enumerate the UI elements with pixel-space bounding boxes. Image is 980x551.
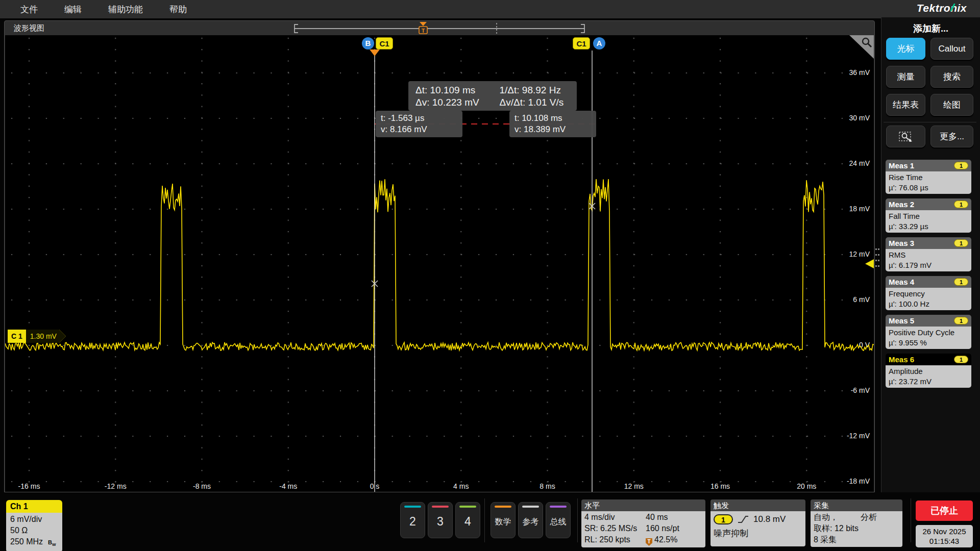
horizontal-settings[interactable]: 水平 4 ms/div40 msSR: 6.25 MS/s160 ns/ptRL… [581,499,705,547]
meas-type: Rise Time [889,172,968,183]
trigger-source-badge: 1 [714,514,733,524]
math-button[interactable]: 数学 [491,502,516,538]
menu-item-file[interactable]: 文件 [7,4,51,15]
trigger-t-icon: T [422,28,425,34]
meas-type: Amplitude [889,366,968,377]
menu-item-edit[interactable]: 编辑 [51,4,95,15]
sidebar-button-results-table[interactable]: 结果表 [886,94,925,116]
cursor-a-readout: t: 10.108 ms v: 18.389 mV [509,111,596,137]
horizontal-title: 水平 [581,499,705,511]
inverse-delta-t: 1/Δt: 98.92 Hz [499,84,570,96]
menu-item-utility[interactable]: 辅助功能 [95,4,156,15]
channel1-badge[interactable]: Ch 1 6 mV/div 50 Ω 250 MHzBW [6,500,62,551]
meas-name: Meas 2 [889,200,914,209]
sidebar-row4: 更多... [886,126,973,147]
channel1-marker-label: C 1 [8,330,26,343]
acq-mode: 自动， [814,512,861,523]
sidebar-button-search[interactable]: 搜索 [930,66,973,88]
meas-header: Meas 11 [886,160,971,171]
bandwidth-limit-icon: BW [48,539,56,545]
sidebar-button-cursor[interactable]: 光标 [886,38,925,60]
rising-edge-icon [737,515,749,524]
cursor-b-time: t: -1.563 µs [381,113,457,124]
sidebar-button-plot[interactable]: 绘图 [930,94,973,116]
measurement-badge-4[interactable]: Meas 41Frequencyµ': 100.0 Hz [886,276,971,310]
measurement-badge-6[interactable]: Meas 61Amplitudeµ': 23.72 mV [886,354,971,388]
channel1-trace [5,179,874,350]
meas-name: Meas 3 [889,239,914,247]
panel-title: 波形视图 [14,23,44,33]
meas-source-badge: 1 [954,239,968,247]
meas-body: Fall Timeµ': 33.29 µs [886,210,971,233]
graticule[interactable]: 36 mV30 mV24 mV18 mV12 mV6 mV0 V-6 mV-12… [5,35,874,492]
meas-value: µ': 33.29 µs [889,221,968,232]
trigger-position-arrow-icon[interactable] [420,22,427,26]
sidebar-button-callout[interactable]: Callout [930,38,973,60]
trigger-level-arrow-icon[interactable] [865,259,874,268]
sidebar-button-measure[interactable]: 测量 [886,66,925,88]
channel-4-button[interactable]: 4 [455,502,480,538]
panel-resize-handle[interactable] [875,248,880,268]
waveform-view-header: 波形视图 T [5,21,874,35]
channel-2-button[interactable]: 2 [400,502,425,538]
sidebar-divider [884,122,976,122]
channel1-badge-header: Ch 1 [6,500,62,513]
horizontal-row: 4 ms/div40 ms [584,512,702,523]
meas-body: Positive Duty Cycleµ': 9.955 % [886,327,971,349]
mode-color-stripe [522,506,539,508]
cursor-b-channel-chip[interactable]: C1 [376,37,393,49]
trigger-mode: 噪声抑制 [714,527,802,540]
channel-3-button[interactable]: 3 [428,502,453,538]
bus-button[interactable]: 总线 [546,502,571,538]
meas-value: µ': 6.179 mV [889,260,968,270]
run-stop-button[interactable]: 已停止 [916,500,973,521]
horizontal-row: RL: 250 kptsT42.5% [584,534,702,546]
horizontal-body: 4 ms/div40 msSR: 6.25 MS/s160 ns/ptRL: 2… [581,511,705,547]
menu-items: 文件编辑辅助功能帮助 [7,4,200,15]
waveform-view-panel: 波形视图 T 36 mV30 mV24 mV18 mV12 mV6 mV0 V-… [4,20,875,492]
time: 01:15:43 [916,536,973,546]
cursor-a-voltage: v: 18.389 mV [514,124,591,135]
meas-value: µ': 23.72 mV [889,377,968,387]
meas-body: RMSµ': 6.179 mV [886,249,971,271]
cursor-b-marker-icon [370,49,380,56]
channel1-position-marker[interactable]: C 1 1.30 mV [8,330,66,343]
meas-name: Meas 4 [889,278,914,286]
meas-source-badge: 1 [954,201,968,208]
bottom-settings-bar: Ch 1 6 mV/div 50 Ω 250 MHzBW 234 数学参考总线 … [0,492,980,551]
oscilloscope-app: 文件编辑辅助功能帮助 Tektronix 波形视图 T 36 mV30 mV24… [0,0,980,551]
meas-source-badge: 1 [954,278,968,286]
cursor-b-voltage: v: 8.166 mV [381,124,457,135]
zoom-mode-button[interactable] [886,126,925,147]
meas-name: Meas 6 [889,355,914,364]
measurement-badge-5[interactable]: Meas 51Positive Duty Cycleµ': 9.955 % [886,315,971,349]
cursor-a-badge[interactable]: A [593,37,605,49]
channel-color-stripe [432,506,449,508]
menu-item-help[interactable]: 帮助 [156,4,200,15]
cursor-a-time: t: 10.108 ms [514,113,591,124]
acquisition-settings[interactable]: 采集 自动，分析 取样: 12 bits 8 采集 [811,499,902,547]
measurement-badge-2[interactable]: Meas 21Fall Timeµ': 33.29 µs [886,198,971,233]
trigger-level: 10.8 mV [753,512,786,527]
tektronix-logo: Tektronix [917,2,967,14]
cursor-a-channel-chip[interactable]: C1 [573,37,590,49]
measurement-badge-3[interactable]: Meas 31RMSµ': 6.179 mV [886,237,971,271]
horizontal-pan-zoom-bar[interactable]: T [290,21,589,35]
trigger-settings[interactable]: 触发 1 10.8 mV 噪声抑制 [710,499,805,546]
ref-button[interactable]: 参考 [518,502,543,538]
date: 26 Nov 2025 [916,527,973,536]
channel1-marker-value: 1.30 mV [26,330,66,343]
more-button[interactable]: 更多... [930,126,973,147]
horizontal-row: SR: 6.25 MS/s160 ns/pt [584,523,702,534]
meas-body: Frequencyµ': 100.0 Hz [886,288,971,310]
meas-body: Amplitudeµ': 23.72 mV [886,365,971,388]
channel1-scale: 6 mV/div [10,514,62,525]
magnifier-icon [861,37,872,48]
cursor-b-badge[interactable]: B [362,37,374,49]
add-new-title: 添加新... [881,22,980,35]
channel1-badge-body: 6 mV/div 50 Ω 250 MHzBW [6,513,62,551]
trigger-body: 1 10.8 mV 噪声抑制 [710,511,805,546]
measurement-badge-1[interactable]: Meas 11Rise Timeµ': 76.08 µs [886,160,971,194]
trigger-title: 触发 [710,499,805,511]
channel-color-stripe [459,506,476,508]
